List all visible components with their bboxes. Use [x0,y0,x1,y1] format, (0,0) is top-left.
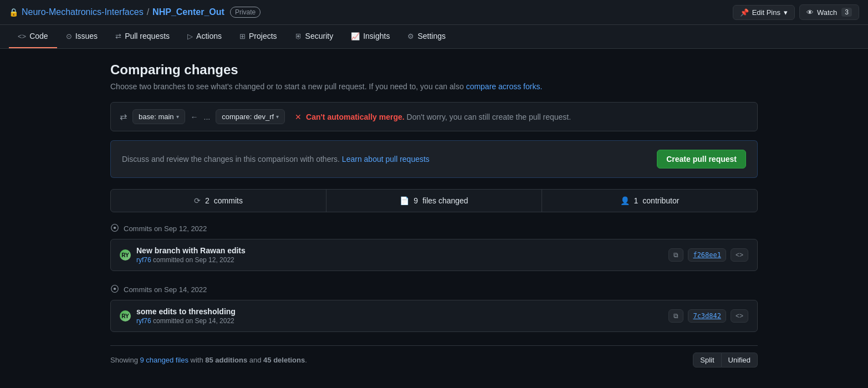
cant-merge-message: ✕ Can't automatically merge. Don't worry… [295,113,571,121]
edit-pins-button[interactable]: 📌 Edit Pins ▾ [733,5,795,20]
tab-actions-label: Actions [196,32,222,40]
info-box-description: Discuss and review the changes in this c… [122,155,340,164]
watch-label: Watch [817,8,837,17]
commit-hash-link-0-0[interactable]: f268ee1 [688,248,726,262]
avatar-0-0: RY [120,249,131,261]
copy-hash-button-0-0[interactable]: ⧉ [668,248,683,262]
org-name-link[interactable]: Neuro-Mechatronics-Interfaces [22,7,144,17]
commit-date-header-0: ⦿Commits on Sep 12, 2022 [110,223,758,233]
tab-pull-requests[interactable]: ⇄ Pull requests [106,25,178,48]
commit-date-1: Commits on Sep 14, 2022 [124,285,207,294]
commit-info-1-0: some edits to thresholding ryf76 committ… [136,307,236,325]
files-label: files changed [422,196,468,205]
eye-icon: 👁 [806,8,814,17]
page-title: Comparing changes [110,62,758,78]
unified-view-button[interactable]: Unified [722,353,758,367]
contributors-count: 1 [634,196,639,205]
commit-group-0: ⦿Commits on Sep 12, 2022 RY New branch w… [110,223,758,271]
header-actions: 📌 Edit Pins ▾ 👁 Watch 3 [733,4,859,20]
tab-actions[interactable]: ▷ Actions [178,25,231,48]
tab-issues-label: Issues [75,32,98,40]
commits-count: 2 [205,196,210,205]
edit-pins-label: Edit Pins [752,8,780,17]
dots-separator: ... [204,113,211,121]
security-icon: ⛨ [295,32,302,40]
stats-bar: ⟳ 2 commits 📄 9 files changed 👤 1 contri… [110,189,758,212]
compare-branch-chevron: ▾ [276,114,279,120]
tab-pull-requests-label: Pull requests [125,32,170,40]
commit-card-1-0: RY some edits to thresholding ryf76 comm… [110,300,758,332]
commit-date-0: Commits on Sep 12, 2022 [124,224,207,233]
browse-files-button-1-0[interactable]: <> [731,309,748,323]
commit-message-0-0: New branch with Rawan edits [136,246,246,255]
copy-hash-button-1-0[interactable]: ⧉ [668,309,683,323]
avatar-1-0: RY [120,310,131,321]
cant-merge-rest-text: Don't worry, you can still create the pu… [407,113,571,121]
learn-about-pr-link[interactable]: Learn about pull requests [342,155,430,164]
tab-security[interactable]: ⛨ Security [286,25,343,48]
commit-card-0-0: RY New branch with Rawan edits ryf76 com… [110,239,758,271]
info-box-text: Discuss and review the changes in this c… [122,155,430,164]
insights-icon: 📈 [351,32,360,40]
commit-group-1: ⦿Commits on Sep 14, 2022 RY some edits t… [110,284,758,332]
tab-projects[interactable]: ⊞ Projects [231,25,286,48]
commit-author-link-1-0[interactable]: ryf76 [136,317,151,325]
projects-icon: ⊞ [239,32,246,40]
tab-security-label: Security [305,32,334,40]
commits-icon: ⟳ [194,196,201,205]
contributors-icon: 👤 [620,196,630,205]
subtitle-text: Choose two branches to see what's change… [110,82,464,91]
tab-issues[interactable]: ⊙ Issues [57,25,106,48]
title-separator: / [147,7,149,17]
files-icon: 📄 [400,196,409,205]
main-content: Comparing changes Choose two branches to… [101,49,767,387]
footer-text: Showing 9 changed files with 85 addition… [110,356,307,364]
pin-icon: 📌 [740,8,749,17]
commits-stat[interactable]: ⟳ 2 commits [111,190,326,212]
changed-files-link[interactable]: 9 changed files [140,356,188,364]
lock-icon: 🔒 [9,8,18,17]
compare-branch-select[interactable]: compare: dev_rf ▾ [216,109,285,124]
watch-button[interactable]: 👁 Watch 3 [799,4,859,20]
tab-insights-label: Insights [363,32,390,40]
branch-compare-bar: ⇄ base: main ▾ ← ... compare: dev_rf ▾ ✕… [110,102,758,131]
commit-hash-link-1-0[interactable]: 7c3d842 [688,309,726,323]
files-changed-stat[interactable]: 📄 9 files changed [326,190,542,212]
commit-info-0-0: New branch with Rawan edits ryf76 commit… [136,246,246,264]
commit-left-0-0: RY New branch with Rawan edits ryf76 com… [120,246,246,264]
commits-label: commits [214,196,243,205]
footer-summary: Showing 9 changed files with 85 addition… [110,345,758,374]
chevron-down-icon: ▾ [784,8,788,17]
footer-additions-deletions: with 85 additions and 45 deletions. [191,356,307,364]
compare-branches-icon: ⇄ [120,111,127,122]
commit-meta-0-0: ryf76 committed on Sep 12, 2022 [136,256,246,264]
x-icon: ✕ [295,113,302,121]
contributors-stat[interactable]: 👤 1 contributor [542,190,757,212]
private-badge: Private [230,7,261,18]
tab-code[interactable]: <> Code [9,25,57,48]
commit-groups: ⦿Commits on Sep 12, 2022 RY New branch w… [110,223,758,332]
git-icon: ⦿ [110,284,119,294]
code-icon: <> [18,32,26,40]
repo-name: NHP_Center_Out [152,7,224,17]
create-pull-request-button[interactable]: Create pull request [657,150,746,169]
tab-insights[interactable]: 📈 Insights [342,25,399,48]
commit-left-1-0: RY some edits to thresholding ryf76 comm… [120,307,236,325]
nav-tabs: <> Code ⊙ Issues ⇄ Pull requests ▷ Actio… [0,25,868,49]
tab-code-label: Code [29,32,48,40]
browse-files-button-0-0[interactable]: <> [731,248,748,262]
pull-requests-icon: ⇄ [115,32,121,40]
cant-merge-bold-text: Can't automatically merge. [306,113,405,121]
tab-settings[interactable]: ⚙ Settings [399,25,455,48]
commit-right-1-0: ⧉ 7c3d842 <> [668,309,748,323]
compare-branch-label: compare: dev_rf [222,113,274,121]
repo-title: 🔒 Neuro-Mechatronics-Interfaces / NHP_Ce… [9,7,261,18]
commit-author-link-0-0[interactable]: ryf76 [136,256,151,264]
split-view-button[interactable]: Split [693,353,721,367]
compare-forks-link[interactable]: compare across forks. [466,82,543,91]
git-icon: ⦿ [110,223,119,233]
base-branch-select[interactable]: base: main ▾ [132,109,185,124]
commit-right-0-0: ⧉ f268ee1 <> [668,248,748,262]
showing-text: Showing [110,356,140,364]
split-unified-controls: Split Unified [693,353,758,367]
